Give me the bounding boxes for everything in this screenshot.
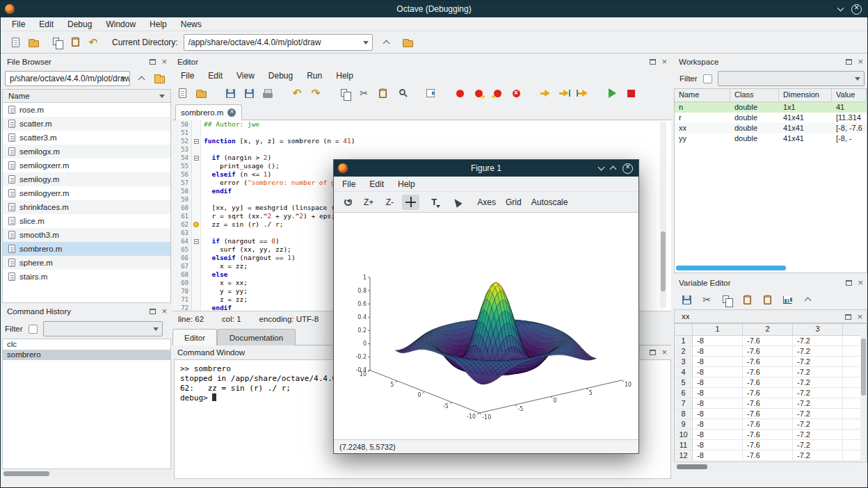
remove-breakpoints-icon[interactable] [509, 86, 523, 100]
undo-icon[interactable] [290, 86, 304, 100]
editor-menu-file[interactable]: File [174, 70, 201, 82]
cell[interactable]: -7.2 [793, 346, 843, 356]
scrollbar-thumb[interactable] [661, 231, 666, 291]
line-number[interactable]: 56 [172, 170, 192, 179]
fold-icon[interactable] [192, 154, 201, 162]
next-breakpoint-icon[interactable] [472, 86, 485, 100]
workspace-filter-combo[interactable] [718, 71, 865, 86]
line-number[interactable]: 64 [172, 237, 192, 245]
cell[interactable]: -8 [693, 409, 743, 418]
file-item[interactable]: semilogy.m [3, 172, 170, 186]
continue-icon[interactable] [605, 86, 619, 100]
grid-button[interactable]: Grid [502, 195, 525, 210]
workspace-row[interactable]: rdouble41x41[11.314 [675, 113, 867, 123]
file-item[interactable]: smooth3.m [3, 228, 170, 242]
file-browser-column-header[interactable]: Name [2, 89, 171, 103]
line-number[interactable]: 62 [172, 220, 192, 229]
line-number[interactable]: 57 [172, 179, 192, 187]
new-script-icon[interactable] [175, 86, 189, 100]
cell[interactable]: -7.2 [793, 409, 843, 418]
step-in-icon[interactable] [557, 86, 571, 100]
current-directory-combo[interactable]: /app/share/octave/4.4.0/m/plot/draw [184, 34, 373, 51]
cell[interactable]: -7.2 [793, 450, 843, 460]
zoom-in-button[interactable]: Z+ [360, 195, 377, 210]
minimize-icon[interactable] [598, 164, 605, 171]
row-header[interactable]: 6 [675, 388, 693, 398]
workspace-hscrollbar[interactable] [676, 265, 836, 270]
cell[interactable]: -7.6 [743, 336, 793, 345]
cell[interactable]: -7.6 [743, 388, 793, 398]
copy-button[interactable] [48, 33, 66, 51]
collapse-icon[interactable] [801, 293, 814, 307]
figure-menu-file[interactable]: File [335, 178, 362, 190]
cell[interactable]: -8 [693, 388, 743, 398]
directory-up-button[interactable] [378, 34, 395, 51]
workspace-row[interactable]: xxdouble41x41[-8, -7.6 [675, 123, 867, 133]
row-header[interactable]: 2 [675, 346, 693, 356]
rotate-button[interactable] [339, 195, 356, 210]
variable-tab-xx[interactable]: xx [682, 312, 690, 320]
plot-icon[interactable] [780, 293, 794, 307]
history-filter-combo[interactable] [43, 321, 163, 336]
sync-browser-button[interactable] [151, 71, 168, 86]
figure-menu-help[interactable]: Help [391, 178, 422, 190]
print-icon[interactable] [261, 86, 275, 100]
row-header[interactable]: 9 [675, 419, 693, 429]
figure-plot-canvas[interactable] [334, 213, 638, 439]
cell[interactable]: -7.6 [743, 346, 793, 356]
save-file-as-icon[interactable] [242, 86, 256, 100]
cell[interactable]: -8 [693, 377, 743, 387]
menu-window[interactable]: Window [99, 18, 143, 31]
column-header-class[interactable]: Class [730, 89, 779, 101]
undock-icon[interactable] [650, 350, 656, 355]
line-number[interactable]: 61 [172, 212, 192, 220]
row-header[interactable]: 5 [675, 377, 693, 387]
file-item[interactable]: stairs.m [3, 270, 170, 284]
file-item[interactable]: shrinkfaces.m [3, 200, 170, 214]
tab-sombrero[interactable]: sombrero.m [175, 104, 242, 120]
line-number[interactable]: 63 [172, 229, 192, 237]
file-item[interactable]: slice.m [3, 214, 170, 228]
editor-vscrollbar[interactable] [660, 122, 666, 308]
file-item[interactable]: rose.m [3, 103, 170, 117]
file-browser-path-combo[interactable]: p/share/octave/4.4.0/m/plot/draw [5, 71, 130, 86]
cell[interactable]: -7.6 [743, 409, 793, 418]
paste-button[interactable] [66, 33, 84, 51]
open-file-icon[interactable] [194, 86, 208, 100]
open-folder-button[interactable] [24, 33, 42, 51]
close-panel-icon[interactable] [858, 279, 863, 287]
line-number[interactable]: 72 [172, 304, 192, 311]
line-number[interactable]: 52 [172, 137, 192, 145]
save-file-icon[interactable] [223, 86, 237, 100]
debug-pointer-icon[interactable] [192, 220, 201, 229]
zoom-out-button[interactable]: Z- [381, 195, 398, 210]
column-header[interactable]: 1 [693, 324, 743, 335]
undock-icon[interactable] [150, 309, 156, 314]
cell[interactable]: -7.2 [793, 440, 843, 450]
file-item[interactable]: semilogyerr.m [3, 186, 170, 200]
file-item[interactable]: sombrero.m [3, 242, 170, 256]
undock-variable-icon[interactable] [845, 314, 851, 320]
editor-menu-help[interactable]: Help [329, 70, 360, 82]
select-button[interactable] [449, 195, 465, 210]
file-item[interactable]: scatter.m [3, 117, 170, 131]
cell[interactable]: -8 [693, 440, 743, 450]
cell[interactable]: -8 [693, 398, 743, 408]
fold-icon[interactable] [192, 137, 201, 145]
cell[interactable]: -8 [693, 346, 743, 356]
column-header-name[interactable]: Name [675, 89, 730, 101]
pan-button[interactable] [402, 195, 419, 210]
variable-editor-hscrollbar[interactable] [675, 464, 858, 470]
line-number[interactable]: 53 [172, 145, 192, 154]
browse-directory-button[interactable] [399, 34, 417, 51]
cell[interactable]: -7.2 [793, 388, 843, 398]
redo-icon[interactable] [309, 86, 323, 100]
column-header-dimension[interactable]: Dimension [779, 89, 832, 101]
step-out-icon[interactable] [576, 86, 590, 100]
row-header[interactable]: 12 [675, 450, 693, 460]
history-item[interactable]: sombrero [3, 350, 170, 360]
new-script-button[interactable] [6, 33, 24, 51]
cell[interactable]: -7.2 [793, 377, 843, 387]
figure-menu-edit[interactable]: Edit [362, 178, 391, 190]
menu-help[interactable]: Help [143, 18, 174, 31]
